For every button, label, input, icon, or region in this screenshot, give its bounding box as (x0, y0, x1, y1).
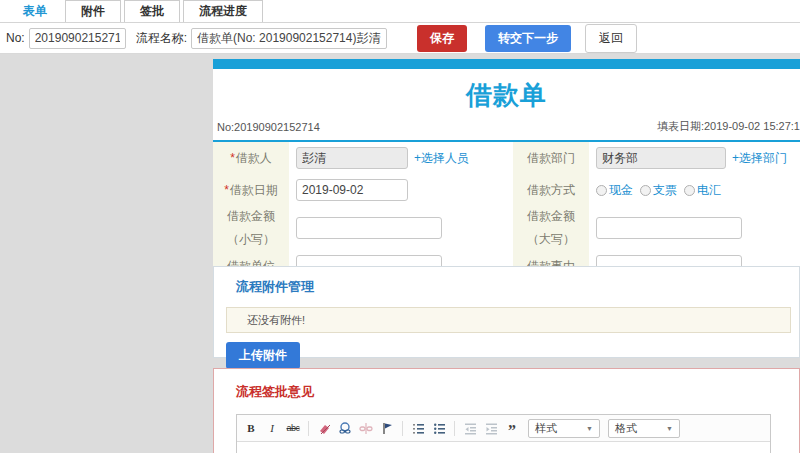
save-button[interactable]: 保存 (417, 25, 467, 52)
form-fields-table: * 借款人 +选择人员 借款部门 +选择部门 * 借款日期 借款方式 (213, 142, 800, 282)
radio-cash[interactable]: 现金 (596, 182, 633, 199)
department-input[interactable] (596, 147, 726, 169)
no-input[interactable] (29, 28, 126, 49)
toolbar-separator (308, 421, 309, 436)
format-select[interactable]: 格式 ▼ (608, 419, 680, 438)
loan-date-cell (289, 174, 513, 206)
amount-upper-cell (589, 206, 800, 250)
amount-upper-input[interactable] (596, 217, 742, 239)
select-department-link[interactable]: +选择部门 (732, 150, 787, 167)
amount-upper-label: 借款金额（大写） (513, 206, 589, 250)
form-date-text: 填表日期:2019-09-02 15:27:1 (657, 119, 800, 134)
borrower-input[interactable] (296, 147, 408, 169)
rich-text-editor: B I abc (236, 414, 771, 453)
blockquote-icon[interactable]: ” (504, 420, 520, 436)
toolbar-separator (454, 421, 455, 436)
loan-date-label: * 借款日期 (213, 174, 289, 206)
anchor-flag-icon[interactable] (379, 420, 395, 436)
radio-icon[interactable] (596, 185, 607, 196)
loan-date-input[interactable] (296, 179, 408, 201)
amount-lower-label: 借款金额（小写） (213, 206, 289, 250)
form-no-text: No:20190902152714 (217, 121, 320, 133)
transfer-next-step-button[interactable]: 转交下一步 (485, 25, 571, 52)
process-name-label: 流程名称: (136, 30, 187, 47)
tab-process-progress[interactable]: 流程进度 (183, 0, 263, 22)
process-name-input[interactable] (191, 28, 387, 49)
form-meta-row: No:20190902152714 填表日期:2019-09-02 15:27:… (213, 116, 800, 140)
chevron-down-icon: ▼ (586, 425, 593, 432)
bold-icon[interactable]: B (243, 420, 259, 436)
indent-icon[interactable] (483, 420, 499, 436)
required-mark: * (224, 179, 229, 202)
radio-cheque[interactable]: 支票 (640, 182, 677, 199)
attachment-panel: 流程附件管理 还没有附件! 上传附件 (213, 266, 800, 358)
strikethrough-icon[interactable]: abc (285, 420, 301, 436)
select-person-link[interactable]: +选择人员 (414, 150, 469, 167)
department-label: 借款部门 (513, 142, 589, 174)
borrower-cell: +选择人员 (289, 142, 513, 174)
loan-form-card: 借款单 No:20190902152714 填表日期:2019-09-02 15… (213, 59, 800, 285)
tab-bar: 表单 附件 签批 流程进度 (0, 0, 800, 23)
required-mark: * (230, 147, 235, 170)
department-cell: +选择部门 (589, 142, 800, 174)
borrower-label: * 借款人 (213, 142, 289, 174)
link-icon[interactable] (337, 420, 353, 436)
no-attachment-notice: 还没有附件! (226, 307, 791, 333)
loan-method-cell: 现金 支票 电汇 (589, 174, 800, 206)
loan-method-label: 借款方式 (513, 174, 589, 206)
upload-attachment-button[interactable]: 上传附件 (226, 342, 300, 369)
approval-heading: 流程签批意见 (236, 383, 799, 401)
toolbar-separator (402, 421, 403, 436)
form-header-bar (213, 59, 800, 69)
attachment-heading: 流程附件管理 (236, 278, 799, 296)
numbered-list-icon[interactable] (410, 420, 426, 436)
action-toolbar: No: 流程名称: 保存 转交下一步 返回 (0, 23, 800, 54)
amount-lower-cell (289, 206, 513, 250)
approval-panel: 流程签批意见 B I abc (213, 368, 800, 453)
editor-toolbar: B I abc (237, 415, 770, 442)
remove-format-icon[interactable] (316, 420, 332, 436)
outdent-icon[interactable] (462, 420, 478, 436)
italic-icon[interactable]: I (264, 420, 280, 436)
tab-form[interactable]: 表单 (8, 0, 62, 22)
back-button[interactable]: 返回 (585, 24, 637, 53)
form-title: 借款单 (213, 69, 800, 116)
tab-approval[interactable]: 签批 (124, 0, 180, 22)
bulleted-list-icon[interactable] (431, 420, 447, 436)
unlink-icon[interactable] (358, 420, 374, 436)
style-select[interactable]: 样式 ▼ (528, 419, 600, 438)
loan-method-radio-group: 现金 支票 电汇 (596, 182, 721, 199)
chevron-down-icon: ▼ (666, 425, 673, 432)
amount-lower-input[interactable] (296, 217, 442, 239)
radio-icon[interactable] (640, 185, 651, 196)
radio-icon[interactable] (684, 185, 695, 196)
tab-attachments[interactable]: 附件 (65, 0, 121, 22)
radio-wire-transfer[interactable]: 电汇 (684, 182, 721, 199)
editor-content-area[interactable] (237, 442, 770, 453)
no-label: No: (6, 31, 25, 45)
